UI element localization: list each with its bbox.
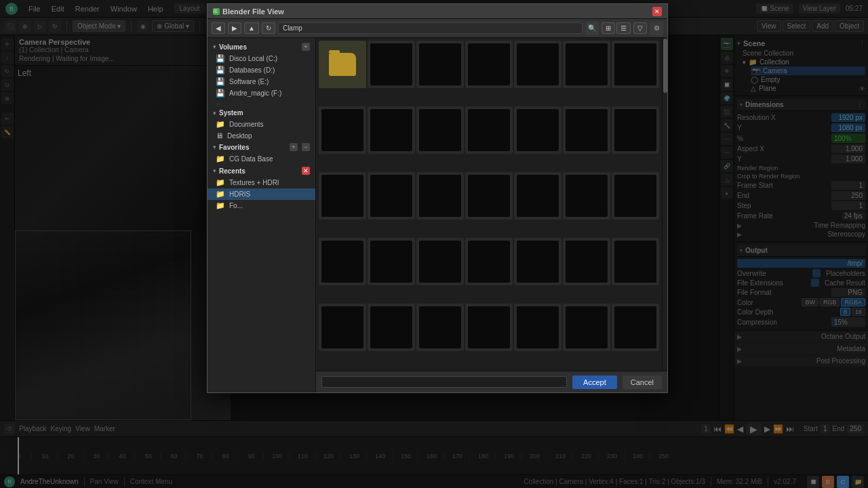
fb-item-cg-data-base[interactable]: 📁 CG Data Base bbox=[208, 153, 315, 165]
volumes-section-header[interactable]: ▾ Volumes + bbox=[208, 41, 315, 53]
thumb-preview-1 bbox=[370, 43, 412, 85]
fb-filter-btn[interactable]: ▽ bbox=[633, 22, 647, 34]
fb-thumb-29[interactable] bbox=[368, 304, 415, 351]
blender-window: B File Edit Render Window Help Layout Mo… bbox=[0, 0, 868, 488]
volumes-add-btn[interactable]: + bbox=[302, 43, 310, 51]
fb-thumb-22[interactable] bbox=[368, 238, 415, 285]
fb-grid-view-btn[interactable]: ⊞ bbox=[601, 22, 615, 34]
favorites-section-header[interactable]: ▾ Favorites + − bbox=[208, 141, 315, 153]
fb-thumb-10[interactable] bbox=[465, 106, 513, 154]
fb-thumb-6[interactable] bbox=[612, 41, 659, 88]
fb-toolbar: ◀ ▶ ▲ ↻ 🔍 ⊞ ☰ ▽ ⚙ bbox=[208, 19, 667, 38]
drive-c-icon: 💾 bbox=[216, 54, 225, 63]
fb-thumb-27[interactable] bbox=[612, 238, 659, 285]
fb-close-btn[interactable]: ✕ bbox=[652, 7, 662, 16]
fb-thumb-9[interactable] bbox=[416, 106, 464, 154]
fb-item-databases[interactable]: 💾 Databases (D:) bbox=[208, 64, 315, 76]
favorites-title: Favorites bbox=[219, 144, 249, 151]
fb-reload-btn[interactable]: ↻ bbox=[262, 22, 275, 34]
thumb-preview-12 bbox=[566, 109, 607, 150]
fb-thumb-1[interactable] bbox=[368, 41, 415, 88]
fb-thumb-16[interactable] bbox=[416, 172, 464, 220]
fb-thumb-34[interactable] bbox=[612, 304, 659, 351]
fb-thumb-33[interactable] bbox=[563, 304, 610, 351]
thumb-preview-3 bbox=[468, 43, 509, 85]
fb-thumb-15[interactable] bbox=[368, 172, 415, 220]
fb-thumb-18[interactable] bbox=[514, 172, 561, 220]
fb-item-software[interactable]: 💾 Software (E:) bbox=[208, 76, 315, 87]
fb-settings-icon[interactable]: ⚙ bbox=[650, 22, 663, 35]
fb-item-desktop[interactable]: 🖥 Desktop bbox=[208, 130, 315, 141]
file-browser-dialog: ⊞ Blender File View ✕ ◀ ▶ ▲ ↻ 🔍 ⊞ ☰ ▽ ⚙ bbox=[207, 3, 668, 393]
fb-thumb-28[interactable] bbox=[319, 304, 366, 351]
favorites-add-btn[interactable]: + bbox=[290, 143, 298, 151]
thumb-preview-33 bbox=[566, 306, 607, 348]
fb-list-view-btn[interactable]: ☰ bbox=[616, 22, 631, 34]
fb-thumb-5[interactable] bbox=[563, 41, 610, 88]
thumb-preview-28 bbox=[321, 306, 363, 348]
fb-thumb-4[interactable] bbox=[514, 41, 561, 88]
fb-thumb-21[interactable] bbox=[319, 238, 366, 285]
fb-cancel-btn[interactable]: Cancel bbox=[623, 375, 662, 389]
thumb-preview-15 bbox=[370, 175, 412, 216]
hdris-folder-icon: 📁 bbox=[216, 190, 225, 199]
fb-item-textures-hdri[interactable]: 📁 Textures + HDRI bbox=[208, 177, 315, 188]
fb-thumb-14[interactable] bbox=[319, 172, 366, 220]
fb-thumb-19[interactable] bbox=[563, 172, 610, 220]
fb-thumb-25[interactable] bbox=[514, 238, 561, 285]
recents-clear-btn[interactable]: ✕ bbox=[302, 167, 310, 175]
fb-thumb-20[interactable] bbox=[612, 172, 659, 220]
fb-thumb-7[interactable] bbox=[319, 106, 366, 154]
fb-thumb-17[interactable] bbox=[465, 172, 513, 220]
fb-thumb-2[interactable] bbox=[416, 41, 464, 88]
thumb-preview-31 bbox=[468, 306, 509, 348]
thumb-preview-8 bbox=[370, 109, 412, 150]
fb-accept-btn[interactable]: Accept bbox=[572, 375, 617, 389]
fb-path-input[interactable] bbox=[278, 22, 583, 34]
fb-thumb-30[interactable] bbox=[416, 304, 464, 351]
favorites-remove-btn[interactable]: − bbox=[302, 143, 310, 151]
thumb-preview-9 bbox=[419, 109, 460, 150]
fb-thumb-12[interactable] bbox=[563, 106, 610, 154]
fb-forward-btn[interactable]: ▶ bbox=[228, 22, 241, 34]
fb-thumb-13[interactable] bbox=[612, 106, 659, 154]
fb-up-btn[interactable]: ▲ bbox=[244, 22, 259, 34]
thumb-preview-13 bbox=[614, 109, 656, 150]
volumes-title: Volumes bbox=[219, 43, 247, 51]
fb-scrollbar[interactable] bbox=[662, 38, 667, 371]
fb-thumb-11[interactable] bbox=[514, 106, 561, 154]
thumb-preview-23 bbox=[419, 241, 460, 282]
recents-section-header[interactable]: ▾ Recents ✕ bbox=[208, 165, 315, 177]
fb-thumb-32[interactable] bbox=[514, 304, 561, 351]
fb-thumb-24[interactable] bbox=[465, 238, 513, 285]
fb-file-grid[interactable] bbox=[316, 38, 662, 371]
thumb-preview-11 bbox=[517, 109, 558, 150]
fb-thumb-8[interactable] bbox=[368, 106, 415, 154]
modal-overlay: ⊞ Blender File View ✕ ◀ ▶ ▲ ↻ 🔍 ⊞ ☰ ▽ ⚙ bbox=[0, 0, 868, 488]
fb-item-disco-local[interactable]: 💾 Disco Local (C:) bbox=[208, 53, 315, 64]
fb-thumb-31[interactable] bbox=[465, 304, 513, 351]
fb-thumb-23[interactable] bbox=[416, 238, 464, 285]
textures-folder-icon: 📁 bbox=[216, 178, 225, 187]
thumb-preview-18 bbox=[517, 175, 558, 216]
fb-item-documents[interactable]: 📁 Documents bbox=[208, 119, 315, 130]
thumb-preview-6 bbox=[614, 43, 656, 85]
fb-item-hdris[interactable]: 📁 HDRIS bbox=[208, 188, 315, 200]
system-title: System bbox=[219, 109, 243, 117]
fb-window-icon: ⊞ bbox=[213, 8, 220, 15]
thumb-preview-24 bbox=[468, 241, 509, 282]
fb-item-folder[interactable]: 📁 Fo... bbox=[208, 200, 315, 211]
system-section-header[interactable]: ▾ System bbox=[208, 107, 315, 119]
fb-thumb-folder-1[interactable] bbox=[319, 41, 366, 88]
fb-view-controls: ⊞ ☰ bbox=[601, 22, 631, 34]
fb-scrollbar-thumb bbox=[663, 39, 667, 93]
fb-title-label: Blender File View bbox=[222, 7, 284, 16]
fb-titlebar: ⊞ Blender File View ✕ bbox=[208, 4, 667, 19]
fb-thumb-3[interactable] bbox=[465, 41, 513, 88]
fb-thumb-26[interactable] bbox=[563, 238, 610, 285]
fb-back-btn[interactable]: ◀ bbox=[212, 22, 225, 34]
documents-icon: 📁 bbox=[216, 120, 225, 129]
thumb-preview-10 bbox=[468, 109, 509, 150]
fb-filename-input[interactable] bbox=[321, 376, 567, 388]
fb-item-andre-magic[interactable]: 💾 Andre_magic (F:) bbox=[208, 87, 315, 99]
